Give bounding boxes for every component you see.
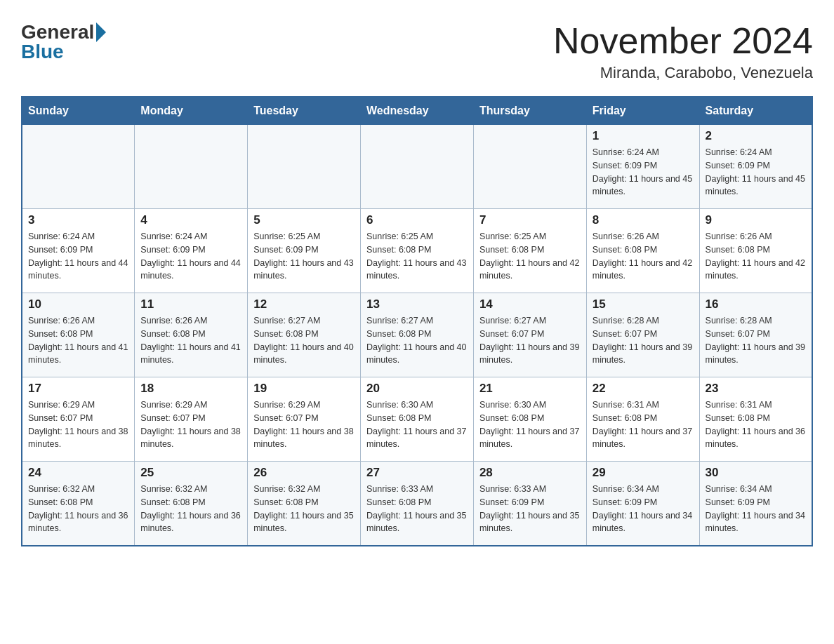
calendar-cell: 19Sunrise: 6:29 AM Sunset: 6:07 PM Dayli… [248,377,361,462]
day-number: 22 [593,382,694,396]
calendar-table: SundayMondayTuesdayWednesdayThursdayFrid… [21,96,813,546]
calendar-cell: 18Sunrise: 6:29 AM Sunset: 6:07 PM Dayli… [135,377,248,462]
day-info: Sunrise: 6:30 AM Sunset: 6:08 PM Dayligh… [366,398,468,451]
calendar-header-thursday: Thursday [473,97,586,125]
calendar-title: November 2024 [553,21,813,61]
day-info: Sunrise: 6:32 AM Sunset: 6:08 PM Dayligh… [140,483,241,535]
day-info: Sunrise: 6:27 AM Sunset: 6:08 PM Dayligh… [253,314,355,367]
calendar-header-friday: Friday [586,97,699,125]
calendar-header-sunday: Sunday [22,97,135,125]
day-info: Sunrise: 6:25 AM Sunset: 6:08 PM Dayligh… [366,230,468,283]
day-number: 30 [706,466,806,480]
day-info: Sunrise: 6:27 AM Sunset: 6:08 PM Dayligh… [366,314,468,367]
calendar-cell [135,125,248,209]
calendar-cell: 27Sunrise: 6:33 AM Sunset: 6:08 PM Dayli… [361,462,474,546]
day-info: Sunrise: 6:24 AM Sunset: 6:09 PM Dayligh… [706,146,806,199]
calendar-cell: 16Sunrise: 6:28 AM Sunset: 6:07 PM Dayli… [699,293,812,377]
calendar-cell: 10Sunrise: 6:26 AM Sunset: 6:08 PM Dayli… [22,293,135,377]
calendar-header-monday: Monday [135,97,248,125]
calendar-cell: 2Sunrise: 6:24 AM Sunset: 6:09 PM Daylig… [699,125,812,209]
day-info: Sunrise: 6:29 AM Sunset: 6:07 PM Dayligh… [140,398,241,451]
calendar-cell [248,125,361,209]
day-number: 18 [140,382,241,396]
day-info: Sunrise: 6:24 AM Sunset: 6:09 PM Dayligh… [140,230,241,283]
day-number: 9 [706,213,806,227]
calendar-cell: 8Sunrise: 6:26 AM Sunset: 6:08 PM Daylig… [586,209,699,293]
title-block: November 2024 Miranda, Carabobo, Venezue… [553,21,813,82]
calendar-header-wednesday: Wednesday [361,97,474,125]
day-number: 20 [366,382,468,396]
day-info: Sunrise: 6:26 AM Sunset: 6:08 PM Dayligh… [28,314,128,367]
logo-arrow-icon [96,22,106,42]
calendar-cell: 6Sunrise: 6:25 AM Sunset: 6:08 PM Daylig… [361,209,474,293]
day-number: 2 [706,129,806,143]
calendar-cell [22,125,135,209]
day-info: Sunrise: 6:25 AM Sunset: 6:08 PM Dayligh… [479,230,581,283]
day-number: 3 [28,213,128,227]
calendar-subtitle: Miranda, Carabobo, Venezuela [553,64,813,82]
day-info: Sunrise: 6:24 AM Sunset: 6:09 PM Dayligh… [28,230,128,283]
day-number: 27 [366,466,468,480]
day-info: Sunrise: 6:29 AM Sunset: 6:07 PM Dayligh… [28,398,128,451]
day-info: Sunrise: 6:31 AM Sunset: 6:08 PM Dayligh… [593,398,694,451]
calendar-cell: 11Sunrise: 6:26 AM Sunset: 6:08 PM Dayli… [135,293,248,377]
day-number: 5 [253,213,355,227]
day-number: 16 [706,297,806,311]
day-number: 14 [479,297,581,311]
day-info: Sunrise: 6:32 AM Sunset: 6:08 PM Dayligh… [253,483,355,535]
calendar-cell [473,125,586,209]
day-info: Sunrise: 6:33 AM Sunset: 6:08 PM Dayligh… [366,483,468,535]
day-info: Sunrise: 6:27 AM Sunset: 6:07 PM Dayligh… [479,314,581,367]
calendar-week-row: 17Sunrise: 6:29 AM Sunset: 6:07 PM Dayli… [22,377,812,462]
calendar-week-row: 10Sunrise: 6:26 AM Sunset: 6:08 PM Dayli… [22,293,812,377]
logo: General Blue [21,21,106,63]
calendar-cell: 7Sunrise: 6:25 AM Sunset: 6:08 PM Daylig… [473,209,586,293]
calendar-cell: 24Sunrise: 6:32 AM Sunset: 6:08 PM Dayli… [22,462,135,546]
calendar-header-row: SundayMondayTuesdayWednesdayThursdayFrid… [22,97,812,125]
day-info: Sunrise: 6:25 AM Sunset: 6:09 PM Dayligh… [253,230,355,283]
day-info: Sunrise: 6:28 AM Sunset: 6:07 PM Dayligh… [706,314,806,367]
day-number: 21 [479,382,581,396]
day-info: Sunrise: 6:26 AM Sunset: 6:08 PM Dayligh… [706,230,806,283]
calendar-header-saturday: Saturday [699,97,812,125]
calendar-cell: 20Sunrise: 6:30 AM Sunset: 6:08 PM Dayli… [361,377,474,462]
day-number: 11 [140,297,241,311]
calendar-cell: 13Sunrise: 6:27 AM Sunset: 6:08 PM Dayli… [361,293,474,377]
calendar-cell: 1Sunrise: 6:24 AM Sunset: 6:09 PM Daylig… [586,125,699,209]
calendar-cell: 3Sunrise: 6:24 AM Sunset: 6:09 PM Daylig… [22,209,135,293]
calendar-cell: 23Sunrise: 6:31 AM Sunset: 6:08 PM Dayli… [699,377,812,462]
calendar-cell: 4Sunrise: 6:24 AM Sunset: 6:09 PM Daylig… [135,209,248,293]
calendar-cell: 30Sunrise: 6:34 AM Sunset: 6:09 PM Dayli… [699,462,812,546]
page-header: General Blue November 2024 Miranda, Cara… [21,21,813,82]
calendar-cell: 12Sunrise: 6:27 AM Sunset: 6:08 PM Dayli… [248,293,361,377]
calendar-cell: 17Sunrise: 6:29 AM Sunset: 6:07 PM Dayli… [22,377,135,462]
day-info: Sunrise: 6:28 AM Sunset: 6:07 PM Dayligh… [593,314,694,367]
day-number: 1 [593,129,694,143]
calendar-week-row: 1Sunrise: 6:24 AM Sunset: 6:09 PM Daylig… [22,125,812,209]
calendar-cell: 25Sunrise: 6:32 AM Sunset: 6:08 PM Dayli… [135,462,248,546]
day-number: 4 [140,213,241,227]
calendar-header-tuesday: Tuesday [248,97,361,125]
day-number: 23 [706,382,806,396]
day-number: 13 [366,297,468,311]
day-number: 8 [593,213,694,227]
calendar-cell: 14Sunrise: 6:27 AM Sunset: 6:07 PM Dayli… [473,293,586,377]
calendar-cell: 28Sunrise: 6:33 AM Sunset: 6:09 PM Dayli… [473,462,586,546]
day-info: Sunrise: 6:26 AM Sunset: 6:08 PM Dayligh… [593,230,694,283]
calendar-cell: 22Sunrise: 6:31 AM Sunset: 6:08 PM Dayli… [586,377,699,462]
calendar-cell: 5Sunrise: 6:25 AM Sunset: 6:09 PM Daylig… [248,209,361,293]
calendar-cell: 9Sunrise: 6:26 AM Sunset: 6:08 PM Daylig… [699,209,812,293]
day-number: 29 [593,466,694,480]
day-info: Sunrise: 6:24 AM Sunset: 6:09 PM Dayligh… [593,146,694,199]
day-number: 10 [28,297,128,311]
calendar-week-row: 3Sunrise: 6:24 AM Sunset: 6:09 PM Daylig… [22,209,812,293]
calendar-cell: 26Sunrise: 6:32 AM Sunset: 6:08 PM Dayli… [248,462,361,546]
day-info: Sunrise: 6:32 AM Sunset: 6:08 PM Dayligh… [28,483,128,535]
day-info: Sunrise: 6:33 AM Sunset: 6:09 PM Dayligh… [479,483,581,535]
calendar-cell: 29Sunrise: 6:34 AM Sunset: 6:09 PM Dayli… [586,462,699,546]
calendar-cell [361,125,474,209]
day-number: 19 [253,382,355,396]
day-info: Sunrise: 6:29 AM Sunset: 6:07 PM Dayligh… [253,398,355,451]
calendar-cell: 15Sunrise: 6:28 AM Sunset: 6:07 PM Dayli… [586,293,699,377]
day-number: 12 [253,297,355,311]
